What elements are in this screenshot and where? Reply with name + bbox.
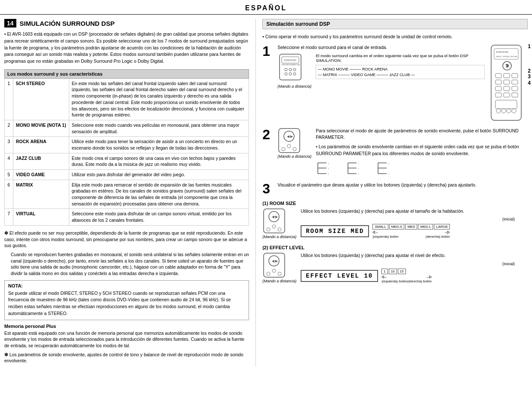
svg-rect-0 (280, 54, 301, 80)
step1-body: Seleccione el modo surround para el cana… (277, 44, 528, 122)
step1-right-remote: SURROUND DIRECT STEREO VIRTUAL ▶ (489, 44, 528, 122)
step1-mando-label: (Mando a distancia) (277, 84, 311, 89)
mem-title: Memoria personal Plus (4, 324, 249, 329)
remote-full-svg: SURROUND DIRECT STEREO VIRTUAL ▶ (489, 44, 526, 122)
svg-rect-31 (495, 100, 517, 109)
initial-label-room: (Inicial) (301, 217, 515, 221)
svg-text:↑: ↑ (328, 167, 329, 170)
step1-remote-area: SURROUND DIRECT STEREO VIRTUAL (277, 53, 485, 89)
marker-3: 3 (528, 73, 531, 80)
step1-row: 1 Seleccione el modo surround para el ca… (262, 44, 528, 122)
marker-2: 2 (528, 68, 531, 74)
nota-box: NOTA: Se puede utilizar el modo DIRECT, … (4, 280, 249, 320)
room-size-display: ROOM SIZE MED (301, 225, 369, 237)
bullet-intro: • Cómo operar el modo surround y los par… (262, 34, 528, 40)
scale-large: LARGE (434, 224, 450, 229)
effect-level-subtitle: (2) EFFECT LEVEL (262, 245, 528, 250)
right-btn-room: –ᐅ (445, 230, 450, 235)
right-btn-effect: –ᐅ (427, 275, 432, 279)
effect-remote-svg: ◀ ▶ (262, 252, 286, 278)
room-size-remote-svg: ◀ ▶ (262, 208, 286, 234)
svg-point-7 (289, 68, 292, 71)
step1-text: Seleccione el modo surround para el cana… (277, 44, 485, 51)
table-row: 6MATRIXElija este modo para remarcar el … (5, 180, 249, 209)
bracket-svg-3: ↑ ↑ (376, 161, 397, 176)
svg-text:VIRTUAL: VIRTUAL (293, 64, 301, 66)
right-section-title: Simulación surround DSP (262, 19, 528, 29)
room-size-text: Utilice los botones (izquierda) y (derec… (301, 208, 528, 215)
mode-number: 7 (5, 209, 13, 225)
step3-body: Visualice el parámetro que desea ajustar… (277, 182, 528, 191)
svg-text:▶: ▶ (505, 64, 507, 67)
mode-name: ROCK ARENA (13, 137, 69, 153)
left-btn-room: ᐊ– (372, 230, 378, 235)
step3-number: 3 (262, 182, 273, 196)
scale-row-effect: 1 10 15 (381, 269, 432, 274)
step2-container: 2 ◀ ▶ (Mando a distanc (262, 128, 528, 177)
step1-flow-area: El modo surround cambia en el orden sigu… (316, 53, 485, 79)
step2-row: 2 ◀ ▶ (Mando a distanc (262, 128, 528, 177)
room-size-scale: SMALL MED-S MED MED-L LARGE ᐊ– –ᐅ (372, 224, 450, 239)
page-title: ESPAÑOL (245, 4, 287, 12)
section-title: SIMULACIÓN SURROUND DSP (20, 20, 115, 27)
adj-buttons-row-room: ᐊ– –ᐅ (372, 230, 450, 235)
scale-meds: MED-S (389, 224, 405, 229)
step2-mando-label: (Mando a distancia) (277, 154, 311, 159)
mode-name: VIRTUAL (13, 209, 69, 225)
svg-text:↑: ↑ (358, 172, 360, 175)
svg-text:SURROUND: SURROUND (284, 59, 296, 61)
effect-scale: 1 10 15 ᐊ– –ᐅ (izquierda) botón (381, 269, 432, 283)
flow-line2: — MATRIX ——— VIDEO GAME ——— JAZZ CLUB — (318, 73, 483, 77)
svg-point-41 (293, 147, 296, 151)
step2-text2: • Los parámetros de sonido envolvente ca… (316, 144, 528, 157)
svg-text:↑: ↑ (388, 162, 390, 165)
scale-10: 10 (389, 269, 397, 274)
table-row: 7VIRTUALSeleccione este modo para disfru… (5, 209, 249, 225)
remote-numbered: SURROUND DIRECT STEREO VIRTUAL ▶ (489, 44, 526, 122)
svg-rect-26 (504, 86, 510, 91)
flow-line1: — MONO MOVIE ——— ROCK ARENA (318, 67, 483, 71)
svg-point-35 (512, 109, 516, 113)
display-with-scale-room: ROOM SIZE MED SMALL MED-S MED MED-L LARG… (301, 224, 528, 239)
room-mando-label: (Mando a distancia) (262, 235, 296, 239)
svg-point-39 (287, 144, 291, 148)
nota1-text: Cuando se reproducen fuentes grabadas en… (11, 251, 249, 277)
btn-labels-effect: (izquierda) botón (derecha) botón (381, 279, 432, 283)
svg-text:DIRECT STEREO VIRTUAL: DIRECT STEREO VIRTUAL (496, 55, 518, 58)
effect-mando-label: (Mando a distancia) (262, 279, 296, 283)
bracket-diagram-3: ↑ ↑ (376, 161, 397, 177)
left-btn-label-effect: (izquierda) botón (381, 279, 407, 283)
marker-4: 4 (528, 80, 531, 86)
svg-rect-19 (495, 73, 501, 78)
svg-rect-24 (512, 80, 518, 84)
scale-row-room: SMALL MED-S MED MED-L LARGE (372, 224, 450, 229)
table-row: 3ROCK ARENAUtilice este modo para tener … (5, 137, 249, 153)
svg-rect-22 (495, 80, 501, 84)
mode-name: 5CH STEREO (13, 78, 69, 120)
step2-remote: ◀ ▶ (Mando a distancia) (277, 128, 311, 159)
scale-med: MED (405, 224, 417, 229)
svg-point-6 (285, 68, 287, 71)
step1-layout: Seleccione el modo surround para el cana… (277, 44, 528, 122)
svg-rect-25 (495, 86, 501, 91)
room-size-section: (1) ROOM SIZE ◀ ▶ (Mando a distancia) Ut… (262, 201, 528, 241)
step2-text-area: Para seleccionar el modo de ajuste de pa… (316, 128, 528, 177)
svg-text:↑: ↑ (328, 172, 329, 175)
step2-param-diagrams: ↑ ↑ ↑ (316, 161, 528, 177)
step2-layout: ◀ ▶ (Mando a distancia) Para seleccionar… (277, 128, 528, 177)
room-size-layout: ◀ ▶ (Mando a distancia) Utilice los boto… (262, 208, 528, 241)
svg-point-65 (272, 225, 276, 228)
svg-point-32 (496, 109, 501, 113)
right-btn-label-effect: (derecha) botón (407, 279, 431, 283)
scale-medl: MED-L (418, 224, 433, 229)
svg-rect-29 (504, 93, 510, 97)
section-header: 14 SIMULACIÓN SURROUND DSP (4, 19, 249, 28)
svg-rect-27 (512, 86, 518, 91)
step2-body: ◀ ▶ (Mando a distancia) Para seleccionar… (277, 128, 528, 177)
page-header: ESPAÑOL (0, 0, 532, 15)
svg-point-10 (289, 73, 292, 75)
section-number: 14 (4, 19, 16, 28)
nota-text: Se puede utilizar el modo DIRECT, STEREO… (8, 290, 245, 317)
effect-level-layout: ◀ ▶ (Mando a distancia) Utilice los boto… (262, 252, 528, 285)
svg-text:↑: ↑ (388, 172, 390, 175)
